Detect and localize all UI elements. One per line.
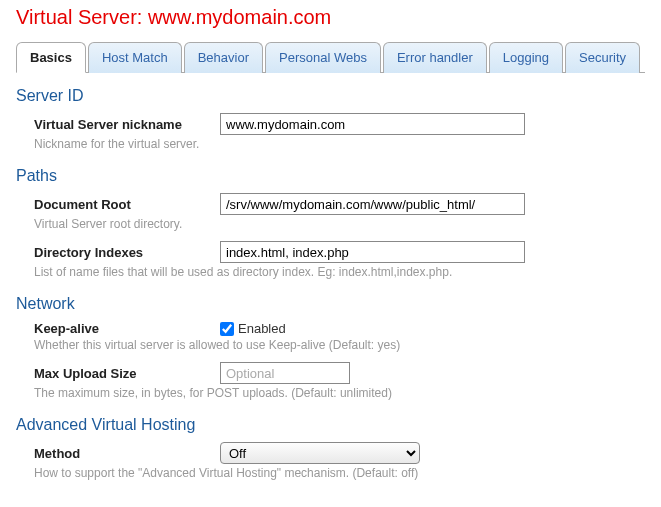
keep-alive-label: Keep-alive [34,321,220,336]
tab-logging[interactable]: Logging [489,42,563,73]
keep-alive-checkbox-wrap[interactable]: Enabled [220,321,286,336]
max-upload-help: The maximum size, in bytes, for POST upl… [34,386,645,400]
nickname-input[interactable] [220,113,525,135]
nickname-help: Nickname for the virtual server. [34,137,645,151]
method-label: Method [34,446,220,461]
tab-security[interactable]: Security [565,42,640,73]
max-upload-input[interactable] [220,362,350,384]
section-adv-hosting-title: Advanced Virtual Hosting [16,416,645,434]
directory-indexes-input[interactable] [220,241,525,263]
tab-bar: Basics Host Match Behavior Personal Webs… [16,41,645,73]
tab-basics[interactable]: Basics [16,42,86,73]
document-root-help: Virtual Server root directory. [34,217,645,231]
document-root-input[interactable] [220,193,525,215]
directory-indexes-help: List of name files that will be used as … [34,265,645,279]
tab-host-match[interactable]: Host Match [88,42,182,73]
tab-behavior[interactable]: Behavior [184,42,263,73]
method-select[interactable]: Off [220,442,420,464]
section-network-title: Network [16,295,645,313]
tab-personal-webs[interactable]: Personal Webs [265,42,381,73]
keep-alive-help: Whether this virtual server is allowed t… [34,338,645,352]
nickname-label: Virtual Server nickname [34,117,220,132]
keep-alive-checkbox-label: Enabled [238,321,286,336]
section-paths-title: Paths [16,167,645,185]
method-help: How to support the "Advanced Virtual Hos… [34,466,645,480]
page-title: Virtual Server: www.mydomain.com [16,6,645,29]
tab-error-handler[interactable]: Error handler [383,42,487,73]
document-root-label: Document Root [34,197,220,212]
section-server-id-title: Server ID [16,87,645,105]
max-upload-label: Max Upload Size [34,366,220,381]
keep-alive-checkbox[interactable] [220,322,234,336]
directory-indexes-label: Directory Indexes [34,245,220,260]
